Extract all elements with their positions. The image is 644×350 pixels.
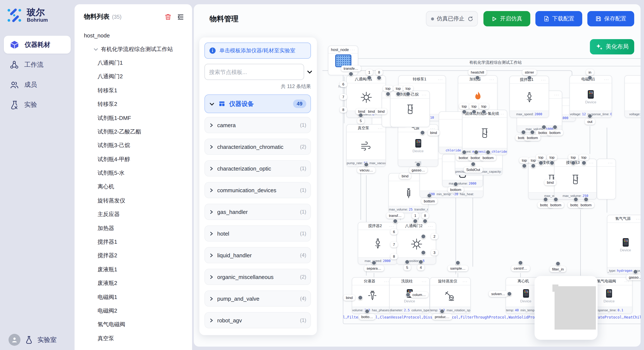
port-chip-colum[interactable]: colum… [410, 292, 428, 298]
canvas[interactable]: 有机化学流程综合测试工作站 l,FilterProtocol,CleanVess… [194, 4, 640, 347]
node-menu-icon[interactable]: ··· [490, 77, 494, 81]
port-handle[interactable] [574, 197, 578, 202]
port-handle[interactable] [358, 295, 363, 300]
flow-node-h2-gas-source[interactable]: 氢气气源···Device_type: hydrogen max_pre: [607, 215, 640, 274]
flow-node-solenoid-valve-1[interactable]: 电磁阀1···Devicevoltage: 12 response_time: … [570, 75, 612, 118]
tree-item[interactable]: 转移泵1 [74, 84, 192, 97]
port-handle[interactable] [364, 162, 369, 167]
port-handle[interactable] [588, 114, 592, 118]
category-characterization_chromatic[interactable]: characterization_chromatic(2) [204, 139, 311, 155]
port-handle[interactable] [405, 260, 410, 264]
port-handle[interactable] [531, 164, 536, 168]
port-chip-filter_in[interactable]: filter_in [550, 266, 566, 272]
port-handle[interactable] [406, 292, 410, 297]
node-menu-icon[interactable]: ··· [350, 47, 355, 52]
port-chip-top[interactable]: top [393, 85, 403, 91]
tree-item[interactable]: 试剂瓶3-己烷 [74, 139, 192, 153]
tree-item[interactable]: 电磁阀1 [74, 290, 192, 304]
port-handle[interactable] [413, 219, 418, 223]
category-communication_devices[interactable]: communication_devices(1) [204, 182, 311, 198]
tree-item[interactable]: 电磁阀2 [74, 304, 192, 318]
sidebar-item-flow[interactable]: 工作流 [4, 56, 71, 74]
save-config-button[interactable]: 保存配置 [587, 11, 634, 26]
flow-node-separator[interactable]: 分液器···volume: 250 has_phases: true [352, 277, 392, 314]
chevron-down-icon[interactable] [93, 47, 101, 52]
port-chip-8[interactable]: 8 [340, 107, 347, 113]
port-chip-centrif[interactable]: centrif… [511, 265, 530, 271]
category-robot_agv[interactable]: robot_agv(1) [204, 312, 311, 328]
port-chip-bottom[interactable]: bottom [421, 198, 438, 204]
port-handle[interactable] [584, 197, 588, 202]
port-handle[interactable] [427, 193, 432, 198]
port-handle[interactable] [393, 219, 398, 223]
port-handle[interactable] [358, 113, 363, 118]
port-handle[interactable] [365, 309, 370, 314]
sidebar-item-exp[interactable]: 实验 [4, 96, 71, 114]
port-handle[interactable] [542, 125, 546, 130]
node-menu-icon[interactable]: ··· [422, 279, 427, 283]
tree-item[interactable]: 加热器 [74, 221, 192, 235]
port-chip-bottom[interactable]: bottom [448, 187, 464, 193]
port-chip-8[interactable]: 8 [376, 69, 382, 75]
port-chip-bind[interactable]: bind [375, 108, 387, 114]
flow-node-reagent-bottle-3[interactable]: 试剂瓶3-己烷··· [390, 91, 430, 127]
flow-node-solid-bottle-3[interactable]: 固体试剂瓶3-氯化镁···agent: magnesium_chloride [462, 110, 507, 155]
refresh-icon[interactable] [468, 16, 473, 21]
sidebar-item-users[interactable]: 成员 [4, 76, 71, 94]
port-chip-top[interactable]: top [547, 154, 557, 160]
port-chip-top[interactable]: top [568, 154, 578, 160]
flow-node-side-card[interactable]: ··· [597, 159, 616, 199]
port-handle[interactable] [462, 150, 466, 155]
delete-icon[interactable] [164, 13, 172, 20]
port-handle[interactable] [377, 75, 382, 80]
port-chip-top[interactable]: top [459, 103, 469, 109]
port-chip-transfe[interactable]: transfe… [341, 65, 361, 71]
port-handle[interactable] [396, 92, 400, 96]
port-chip-gasso[interactable]: gasso… [626, 274, 640, 280]
flow-node-rotovap[interactable]: 旋转蒸发仪···temp: 180 max_rotation_sp: [430, 277, 471, 314]
port-chip-top[interactable]: top [383, 85, 393, 91]
port-chip-8[interactable]: 8 [390, 253, 398, 259]
port-handle[interactable] [372, 260, 376, 265]
sidebar-item-cube[interactable]: 仪器耗材 [4, 36, 71, 54]
simulation-status-button[interactable]: 仿真已停止 [426, 11, 478, 26]
tree-item-workstation[interactable]: 有机化学流程综合测试工作站 [74, 42, 192, 56]
port-handle[interactable] [486, 150, 490, 155]
port-handle[interactable] [440, 309, 444, 314]
node-menu-icon[interactable]: ··· [636, 217, 640, 221]
download-config-button[interactable]: 下载配置 [536, 11, 582, 26]
port-handle[interactable] [418, 260, 423, 264]
port-chip-8[interactable]: 8 [422, 213, 428, 219]
tree-item[interactable]: 真空泵 [74, 332, 192, 345]
port-chip-7[interactable]: 7 [390, 242, 398, 247]
port-chip-bottom[interactable]: bottom [524, 135, 540, 141]
flow-node-stirrer-1[interactable]: 搅拌器1···max_speed: 2000 [510, 76, 549, 118]
port-handle[interactable] [421, 250, 426, 255]
port-handle[interactable] [456, 260, 460, 265]
port-handle[interactable] [472, 110, 476, 114]
flow-node-solenoid-valve-2[interactable]: voltage: 12 [624, 75, 640, 118]
port-handle[interactable] [550, 161, 554, 165]
port-chip-bind[interactable]: bind [343, 295, 355, 301]
port-chip-1[interactable]: 1 [412, 213, 419, 219]
tree-item[interactable]: 八通阀门2 [74, 70, 192, 84]
port-chip-bottom[interactable]: bottom [547, 130, 563, 136]
node-menu-icon[interactable]: ··· [438, 77, 443, 81]
port-chip-top[interactable]: top [536, 154, 546, 160]
node-menu-icon[interactable]: ··· [378, 126, 383, 130]
port-chip-out[interactable]: out [585, 119, 595, 125]
port-handle[interactable] [462, 110, 466, 114]
tree-item[interactable]: 废液瓶2 [74, 276, 192, 290]
flow-node-vacuum-pump[interactable]: 真空泵···pump_rate: 50 max_vacuum: 0.1 [346, 124, 386, 167]
port-handle[interactable] [406, 92, 410, 96]
port-chip-6[interactable]: 6 [340, 81, 347, 87]
port-handle[interactable] [475, 75, 480, 80]
port-handle[interactable] [633, 269, 638, 274]
port-handle[interactable] [530, 130, 535, 135]
port-chip-bind[interactable]: bind [428, 130, 440, 136]
port-chip-bind[interactable]: bind [544, 179, 556, 185]
port-handle[interactable] [554, 197, 558, 202]
tree-item[interactable]: 氢气电磁阀 [74, 318, 192, 332]
port-handle[interactable] [556, 261, 560, 266]
port-handle[interactable] [538, 161, 543, 165]
